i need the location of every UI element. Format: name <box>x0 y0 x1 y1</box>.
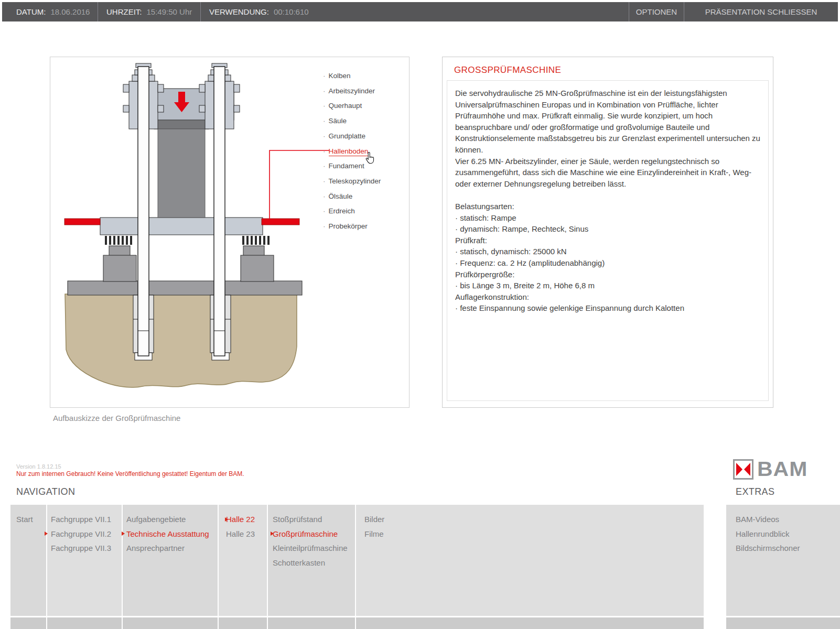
nav-item-label: Großprüfmaschine <box>273 529 338 538</box>
diagram-panel: ·Kolben ·Arbeitszylinder ·Querhaupt ·Säu… <box>50 57 410 408</box>
bam-logo-mark-icon <box>733 459 753 480</box>
base-plate-grundplatte <box>100 218 263 235</box>
nav-item-grosspruefmaschine[interactable]: Großprüfmaschine <box>273 527 355 541</box>
bullet: · <box>323 147 326 155</box>
info-line: · feste Einspannung sowie gelenkige Eins… <box>455 302 760 314</box>
info-paragraph-2: Vier 6.25 MN- Arbeitszylinder, einer je … <box>455 156 760 190</box>
kiosk-page: DATUM: 18.06.2016 UHRZEIT: 15:49:50 Uhr … <box>0 0 840 629</box>
bam-logo-text: BAM <box>757 460 807 479</box>
info-panel: GROSSPRÜFMASCHINE Die servohydraulische … <box>442 57 773 408</box>
active-marker-icon <box>271 532 274 536</box>
time-value: 15:49:50 Uhr <box>147 7 192 16</box>
info-line: · statisch: Rampe <box>455 212 760 224</box>
nav-item-label: Ansprechpartner <box>126 544 185 552</box>
nav-item-bilder[interactable]: Bilder <box>364 512 704 527</box>
usage-display: VERWENDUNG: 00:10:610 <box>200 2 629 21</box>
bullet: · <box>323 207 326 215</box>
diagram-caption: Aufbauskizze der Großprüfmaschine <box>53 414 180 422</box>
time-label: UHRZEIT: <box>106 7 142 16</box>
spacer <box>455 189 760 201</box>
options-button[interactable]: OPTIONEN <box>629 2 684 21</box>
active-marker-icon <box>225 517 228 522</box>
diagram-label-querhaupt[interactable]: ·Querhaupt <box>323 99 381 114</box>
soil-erdreich <box>65 294 297 387</box>
nav-column-medien: Bilder Filme <box>356 505 704 629</box>
nav-item-label: Bilder <box>364 515 384 524</box>
label-text: Teleskopzylinder <box>329 177 381 185</box>
info-line: Prüfkraft: <box>455 235 760 246</box>
diagram-label-saeule[interactable]: ·Säule <box>323 114 381 129</box>
info-line: Prüfkörpergröße: <box>455 269 760 280</box>
bullet: · <box>323 222 326 230</box>
specimen-probekoerper <box>154 120 209 218</box>
nav-item-start[interactable]: Start <box>16 512 46 527</box>
diagram-label-list: ·Kolben ·Arbeitszylinder ·Querhaupt ·Säu… <box>323 69 381 234</box>
nav-item-technische-ausstattung[interactable]: Technische Ausstattung <box>126 527 218 541</box>
nav-item-label: Aufgabengebiete <box>126 515 186 524</box>
date-value: 18.06.2016 <box>50 7 90 16</box>
label-text: Erdreich <box>329 207 355 215</box>
label-text: Fundament <box>329 162 364 170</box>
nav-item-halle-23[interactable]: Halle 23 <box>226 527 267 541</box>
nav-item-label: Filme <box>364 529 384 538</box>
nav-item-label: Technische Ausstattung <box>126 529 209 538</box>
info-panel-body: Die servohydraulische 25 MN-Großprüfmasc… <box>447 80 769 401</box>
nav-item-fachgruppe-vii1[interactable]: Fachgruppe VII.1 <box>51 512 122 527</box>
diagram-label-grundplatte[interactable]: ·Grundplatte <box>323 129 381 144</box>
diagram-label-teleskopzylinder[interactable]: ·Teleskopzylinder <box>323 174 381 189</box>
usage-label: VERWENDUNG: <box>209 7 269 16</box>
bullet: · <box>323 132 326 140</box>
nav-item-ansprechpartner[interactable]: Ansprechpartner <box>126 541 218 556</box>
nav-item-label: Fachgruppe VII.3 <box>51 544 111 552</box>
hand-pointer-cursor-icon <box>364 152 374 167</box>
nav-item-hallenrundblick[interactable]: Hallenrundblick <box>736 527 840 541</box>
diagram-label-oelsaeule[interactable]: ·Ölsäule <box>323 189 381 204</box>
info-panel-title: GROSSPRÜFMASCHINE <box>454 65 561 75</box>
nav-item-label: Halle 22 <box>226 515 255 524</box>
bearing-details <box>105 236 270 245</box>
label-text: Säule <box>329 117 347 125</box>
nav-item-fachgruppe-vii2[interactable]: Fachgruppe VII.2 <box>51 527 122 541</box>
nav-item-aufgabengebiete[interactable]: Aufgabengebiete <box>126 512 218 527</box>
info-line: · bis Länge 3 m, Breite 2 m, Höhe 6,8 m <box>455 280 760 291</box>
nav-item-label: Fachgruppe VII.1 <box>51 515 111 524</box>
info-line: Belastungsarten: <box>455 201 760 212</box>
extras-heading: EXTRAS <box>736 486 774 497</box>
nav-column-start: Start <box>10 505 46 629</box>
nav-item-kleinteilpruefmaschine[interactable]: Kleinteilprüfmaschine <box>273 541 355 556</box>
nav-item-label: Schotterkasten <box>273 558 325 567</box>
nav-item-label: Hallenrundblick <box>736 529 790 538</box>
nav-item-filme[interactable]: Filme <box>364 527 704 541</box>
info-line: · statisch, dynamisch: 25000 kN <box>455 246 760 257</box>
nav-item-fachgruppe-vii3[interactable]: Fachgruppe VII.3 <box>51 541 122 556</box>
bullet: · <box>323 87 326 95</box>
nav-item-bam-videos[interactable]: BAM-Videos <box>736 512 840 527</box>
diagram-label-arbeitszylinder[interactable]: ·Arbeitszylinder <box>323 84 381 99</box>
internal-use-notice: Nur zum internen Gebrauch! Keine Veröffe… <box>16 470 244 478</box>
active-marker-icon <box>122 532 125 536</box>
nav-item-label: Stoßprüfstand <box>273 515 322 524</box>
bullet: · <box>323 177 326 185</box>
bullet: · <box>323 162 326 170</box>
time-display: UHRZEIT: 15:49:50 Uhr <box>98 2 200 21</box>
nav-item-halle-22[interactable]: Halle 22 <box>226 512 267 527</box>
usage-value: 00:10:610 <box>274 7 309 16</box>
diagram-label-kolben[interactable]: ·Kolben <box>323 69 381 84</box>
nav-item-bildschirmschoner[interactable]: Bildschirmschoner <box>736 541 840 556</box>
bam-logo: BAM <box>733 459 807 480</box>
diagram-label-erdreich[interactable]: ·Erdreich <box>323 204 381 219</box>
diagram-label-probekoerper[interactable]: ·Probekörper <box>323 219 381 234</box>
label-text: Querhaupt <box>329 102 362 110</box>
nav-item-label: Start <box>16 515 33 524</box>
info-paragraph-1: Die servohydraulische 25 MN-Großprüfmasc… <box>455 88 760 156</box>
nav-column-bereiche: Aufgabengebiete Technische Ausstattung A… <box>123 505 218 629</box>
nav-item-label: Bildschirmschoner <box>736 544 800 552</box>
nav-item-label: BAM-Videos <box>736 515 779 524</box>
close-presentation-button[interactable]: PRÄSENTATION SCHLIESSEN <box>684 2 838 21</box>
active-marker-icon <box>45 532 48 536</box>
navigation-heading: NAVIGATION <box>16 486 75 497</box>
info-line: · Frequenz: ca. 2 Hz (amplitudenabhängig… <box>455 257 760 269</box>
nav-item-stosspruefstand[interactable]: Stoßprüfstand <box>273 512 355 527</box>
date-display: DATUM: 18.06.2016 <box>2 2 98 21</box>
nav-item-schotterkasten[interactable]: Schotterkasten <box>273 556 355 570</box>
